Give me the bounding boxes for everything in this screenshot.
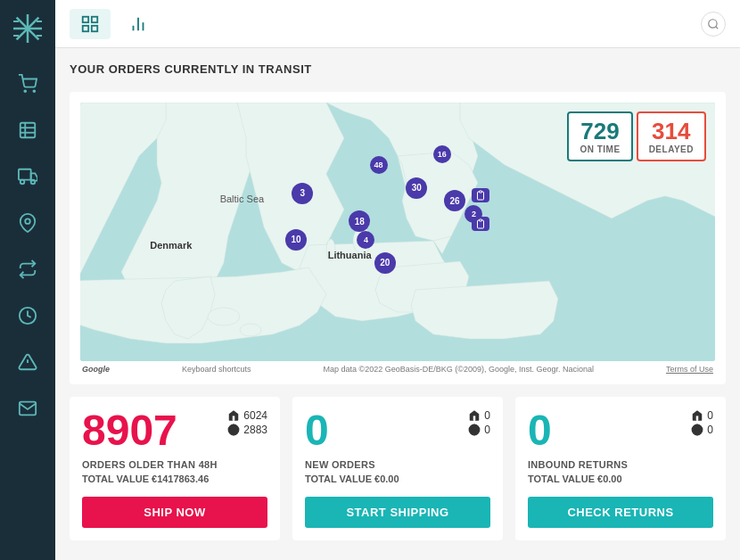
map-stats: 729 ON TIME 314 DELAYED xyxy=(567,111,706,161)
card-number-new: 0 xyxy=(305,409,329,452)
search-button[interactable] xyxy=(701,12,726,37)
card-icon-row-home-3: 0 xyxy=(691,409,713,422)
cards-row: 8907 6024 2883 ORDERS OLDER THAN 48H TOT… xyxy=(70,397,726,540)
card-value-3: TOTAL VALUE €0.00 xyxy=(528,474,713,484)
map-pin-10[interactable]: 10 xyxy=(285,229,307,251)
card-icon-row-globe-3: 0 xyxy=(691,424,713,436)
svg-point-31 xyxy=(208,308,240,325)
map-pin-4[interactable]: 4 xyxy=(357,231,374,249)
tab-chart-view[interactable] xyxy=(118,9,159,39)
sidebar-icon-arrows[interactable] xyxy=(15,257,40,282)
start-shipping-button[interactable]: START SHIPPING xyxy=(305,497,490,528)
svg-point-17 xyxy=(25,218,30,224)
sidebar-icon-cart[interactable] xyxy=(15,71,40,96)
sidebar-icon-email[interactable] xyxy=(15,396,40,421)
sidebar-icon-truck[interactable] xyxy=(15,164,40,189)
map-pin-26[interactable]: 26 xyxy=(444,190,465,211)
card-globe-value-1: 2883 xyxy=(243,424,267,436)
google-logo: Google xyxy=(82,365,110,374)
card-home-value-2: 0 xyxy=(484,409,490,422)
stat-delayed: 314 DELAYED xyxy=(637,111,706,161)
sidebar xyxy=(0,0,55,560)
card-home-value-3: 0 xyxy=(707,409,713,422)
map-pin-3[interactable]: 3 xyxy=(292,183,313,204)
card-desc-2: NEW ORDERS xyxy=(305,459,490,470)
svg-rect-21 xyxy=(83,16,88,21)
topbar xyxy=(55,0,740,48)
map-footer: Google Keyboard shortcuts Map data ©2022… xyxy=(80,365,715,374)
sidebar-icon-alert[interactable] xyxy=(15,350,40,375)
keyboard-shortcuts: Keyboard shortcuts xyxy=(182,365,251,374)
map-pin-30[interactable]: 30 xyxy=(406,177,427,199)
card-icon-row-globe-2: 0 xyxy=(468,424,490,436)
svg-line-29 xyxy=(716,26,719,29)
card-number-returns: 0 xyxy=(528,409,552,452)
card-icons-3: 0 0 xyxy=(691,409,713,436)
map-data-attribution: Map data ©2022 GeoBasis-DE/BKG (©2009), … xyxy=(324,365,594,374)
stat-delayed-label: DELAYED xyxy=(649,144,694,154)
stat-delayed-number: 314 xyxy=(649,119,694,144)
sidebar-icon-clock[interactable] xyxy=(15,303,40,328)
map-wrapper[interactable]: Baltic Sea Denmark Lithuania 48 16 3 30 … xyxy=(80,103,715,361)
map-pin-48[interactable]: 48 xyxy=(370,156,388,174)
card-value-2: TOTAL VALUE €0.00 xyxy=(305,474,490,484)
map-pin-20[interactable]: 20 xyxy=(374,252,396,274)
stat-on-time-number: 729 xyxy=(580,119,620,144)
map-pin-16[interactable]: 16 xyxy=(433,145,451,163)
card-orders-48h: 8907 6024 2883 ORDERS OLDER THAN 48H TOT… xyxy=(70,397,280,540)
card-top-1: 8907 6024 2883 xyxy=(82,409,267,452)
card-icon-row-home-1: 6024 xyxy=(227,409,267,422)
card-globe-value-3: 0 xyxy=(707,424,713,436)
card-top-3: 0 0 0 xyxy=(528,409,713,452)
content-area: YOUR ORDERS CURRENTLY IN TRANSIT xyxy=(55,48,740,560)
card-new-orders: 0 0 0 NEW ORDERS TOTAL VALUE €0.00 xyxy=(292,397,503,540)
check-returns-button[interactable]: CHECK RETURNS xyxy=(528,497,713,528)
svg-rect-22 xyxy=(92,16,97,21)
section-title: YOUR ORDERS CURRENTLY IN TRANSIT xyxy=(70,62,726,76)
svg-rect-14 xyxy=(19,169,31,180)
card-value-1: TOTAL VALUE €1417863.46 xyxy=(82,474,267,484)
svg-point-15 xyxy=(21,180,25,185)
svg-point-8 xyxy=(24,90,26,92)
card-desc-3: INBOUND RETURNS xyxy=(528,459,713,470)
card-inbound-returns: 0 0 0 INBOUND RETURNS TOTAL VALUE €0.00 xyxy=(515,397,726,540)
tab-grid-view[interactable] xyxy=(70,9,111,39)
card-icon-row-home-2: 0 xyxy=(468,409,490,422)
stat-on-time: 729 ON TIME xyxy=(567,111,632,161)
terms-link[interactable]: Terms of Use xyxy=(666,365,713,374)
main-content: YOUR ORDERS CURRENTLY IN TRANSIT xyxy=(55,0,740,560)
map-container: Baltic Sea Denmark Lithuania 48 16 3 30 … xyxy=(70,92,726,384)
map-pin-18[interactable]: 18 xyxy=(349,210,370,232)
svg-point-9 xyxy=(33,90,35,92)
svg-rect-10 xyxy=(21,123,36,138)
svg-point-28 xyxy=(709,19,717,27)
card-icons-2: 0 0 xyxy=(468,409,490,436)
svg-point-34 xyxy=(326,239,335,260)
sidebar-icon-pin[interactable] xyxy=(15,210,40,235)
sidebar-icon-list[interactable] xyxy=(15,118,40,143)
card-number-8907: 8907 xyxy=(82,409,177,452)
svg-rect-24 xyxy=(92,25,97,30)
card-icons-1: 6024 2883 xyxy=(227,409,267,436)
card-home-value-1: 6024 xyxy=(243,409,267,422)
card-top-2: 0 0 0 xyxy=(305,409,490,452)
card-icon-row-globe-1: 2883 xyxy=(227,424,267,436)
svg-point-16 xyxy=(31,180,36,185)
stat-on-time-label: ON TIME xyxy=(580,144,620,154)
logo-icon[interactable] xyxy=(12,12,44,45)
card-desc-1: ORDERS OLDER THAN 48H xyxy=(82,459,267,470)
svg-rect-23 xyxy=(83,25,88,30)
ship-now-button[interactable]: SHIP NOW xyxy=(82,497,267,528)
card-globe-value-2: 0 xyxy=(484,424,490,436)
svg-point-32 xyxy=(240,324,261,336)
